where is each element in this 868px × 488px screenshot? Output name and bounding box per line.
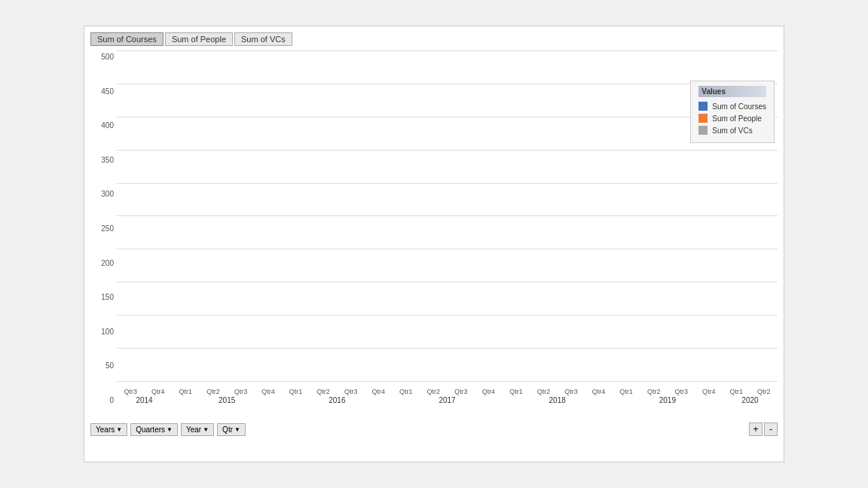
zoom-in-button[interactable]: + (749, 422, 763, 436)
x-group: Qtr1 (503, 388, 530, 395)
x-label-quarter: Qtr1 (399, 388, 413, 395)
legend-color-swatch (698, 114, 708, 123)
x-label-quarter: Qtr3 (344, 388, 358, 395)
legend-box: Values Sum of CoursesSum of PeopleSum of… (690, 81, 775, 143)
legend-buttons: Sum of CoursesSum of PeopleSum of VCs (90, 32, 778, 46)
legend-item: Sum of VCs (698, 126, 766, 135)
x-group: Qtr4 (255, 388, 283, 395)
x-label-quarter: Qtr4 (702, 388, 716, 395)
x-label-quarter: Qtr1 (509, 388, 523, 395)
x-group: Qtr4 (585, 388, 613, 395)
y-axis-label: 350 (101, 157, 114, 164)
x-label-quarter: Qtr2 (316, 388, 330, 395)
legend-title: Values (698, 86, 766, 97)
x-group: Qtr3 (668, 388, 695, 395)
x-group: Qtr4 (365, 388, 393, 395)
x-label-quarter: Qtr3 (674, 388, 688, 395)
year-label: 2016 (282, 396, 392, 404)
bottom-controls: YearsQuartersYearQtr +- (90, 422, 778, 436)
x-group: Qtr1 (613, 388, 640, 395)
x-label-quarter: Qtr2 (537, 388, 551, 395)
x-group: Qtr3 (337, 388, 365, 395)
x-group: Qtr4 (695, 388, 723, 395)
filter-buttons: YearsQuartersYearQtr (90, 423, 246, 436)
x-group: Qtr2 (750, 388, 778, 395)
year-label: 2015 (172, 396, 282, 404)
y-axis-label: 300 (101, 191, 114, 198)
year-label: 2014 (117, 396, 172, 404)
filter-btn-years[interactable]: Years (90, 423, 127, 436)
x-label-quarter: Qtr1 (179, 388, 193, 395)
x-label-quarter: Qtr3 (454, 388, 468, 395)
zoom-buttons: +- (749, 422, 778, 436)
x-label-quarter: Qtr4 (592, 388, 606, 395)
year-label: 2020 (723, 396, 778, 404)
bars-wrapper (117, 50, 778, 382)
legend-item-label: Sum of People (712, 114, 762, 123)
y-axis: 500450400350300250200150100500 (90, 50, 117, 404)
x-label-quarter: Qtr1 (289, 388, 303, 395)
x-label-quarter: Qtr4 (371, 388, 385, 395)
legend-btn-people[interactable]: Sum of People (165, 32, 233, 46)
x-label-quarter: Qtr1 (619, 388, 633, 395)
x-label-quarter: Qtr2 (647, 388, 661, 395)
x-group: Qtr2 (530, 388, 558, 395)
legend-color-swatch (698, 126, 708, 135)
y-axis-label: 450 (101, 88, 114, 96)
x-group: Qtr3 (227, 388, 255, 395)
y-axis-label: 0 (109, 397, 114, 404)
year-label: 2018 (503, 396, 613, 404)
x-label-quarter: Qtr3 (564, 388, 578, 395)
x-label-quarter: Qtr3 (124, 388, 138, 395)
x-group: Qtr4 (475, 388, 503, 395)
x-label-quarter: Qtr4 (151, 388, 165, 395)
x-group: Qtr3 (558, 388, 585, 395)
x-group: Qtr3 (448, 388, 475, 395)
filter-btn-quarters[interactable]: Quarters (130, 423, 178, 436)
year-label: 2019 (613, 396, 723, 404)
x-group: Qtr2 (310, 388, 338, 395)
year-label: 2017 (392, 396, 502, 404)
x-group: Qtr1 (392, 388, 420, 395)
x-group: Qtr1 (172, 388, 200, 395)
x-label-quarter: Qtr4 (261, 388, 275, 395)
x-group: Qtr4 (145, 388, 173, 395)
x-label-quarter: Qtr4 (482, 388, 496, 395)
y-axis-label: 500 (101, 53, 114, 61)
plot-area: Qtr3Qtr4Qtr1Qtr2Qtr3Qtr4Qtr1Qtr2Qtr3Qtr4… (117, 50, 778, 404)
x-label-quarter: Qtr1 (730, 388, 744, 395)
filter-btn-qtr[interactable]: Qtr (217, 423, 246, 436)
legend-item-label: Sum of VCs (712, 127, 752, 135)
legend-item: Sum of Courses (698, 102, 766, 111)
y-axis-label: 50 (105, 362, 114, 370)
x-group: Qtr3 (117, 388, 145, 395)
x-group: Qtr1 (282, 388, 310, 395)
x-label-quarter: Qtr2 (206, 388, 220, 395)
x-group: Qtr2 (420, 388, 448, 395)
y-axis-label: 250 (101, 225, 114, 233)
x-label-quarter: Qtr3 (234, 388, 248, 395)
zoom-out-button[interactable]: - (764, 422, 778, 436)
x-label-quarter: Qtr2 (427, 388, 441, 395)
legend-btn-courses[interactable]: Sum of Courses (90, 32, 164, 46)
chart-area: 500450400350300250200150100500 Qtr3Qtr4Q… (90, 50, 778, 419)
y-axis-label: 100 (101, 328, 114, 336)
x-group: Qtr1 (723, 388, 750, 395)
filter-btn-year[interactable]: Year (181, 423, 214, 436)
y-axis-label: 400 (101, 122, 114, 130)
year-labels: 2014201520162017201820192020 (117, 396, 778, 404)
x-group: Qtr2 (200, 388, 228, 395)
x-group: Qtr2 (640, 388, 668, 395)
legend-item: Sum of People (698, 114, 766, 123)
legend-item-label: Sum of Courses (712, 102, 766, 111)
chart-container: Sum of CoursesSum of PeopleSum of VCs 50… (84, 26, 784, 462)
legend-btn-vcs[interactable]: Sum of VCs (234, 32, 292, 46)
x-label-quarter: Qtr2 (757, 388, 771, 395)
x-quarter-labels: Qtr3Qtr4Qtr1Qtr2Qtr3Qtr4Qtr1Qtr2Qtr3Qtr4… (117, 388, 778, 395)
y-axis-label: 200 (101, 260, 114, 267)
legend-color-swatch (698, 102, 708, 111)
y-axis-label: 150 (101, 294, 114, 301)
